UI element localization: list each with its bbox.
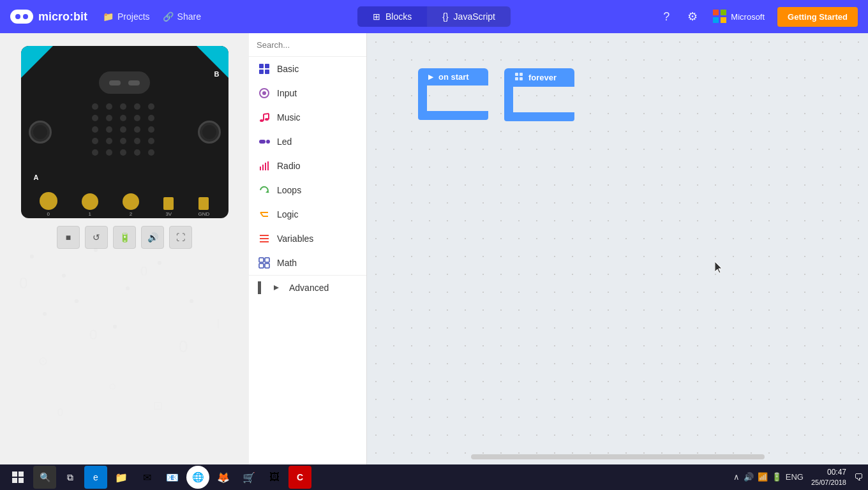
decorative-background: 0 0 0 ⊙ 0 ○ 0 ⊡ | bbox=[0, 237, 249, 464]
advanced-label: Advanced bbox=[289, 283, 329, 293]
svg-rect-42 bbox=[259, 258, 264, 262]
volume-icon[interactable]: 🔊 bbox=[744, 472, 754, 482]
taskbar-red-app[interactable]: C bbox=[288, 466, 311, 489]
forever-label: forever bbox=[528, 73, 557, 82]
svg-point-23 bbox=[262, 91, 266, 95]
taskbar-search[interactable]: 🔍 bbox=[33, 466, 56, 489]
network-icon[interactable]: 📶 bbox=[758, 472, 768, 482]
folder-icon: 📁 bbox=[103, 11, 114, 22]
button-b[interactable] bbox=[198, 121, 221, 144]
advanced-accent bbox=[258, 281, 261, 294]
svg-rect-21 bbox=[265, 70, 269, 74]
blocks-tab[interactable]: ⊞ Blocks bbox=[357, 6, 427, 27]
pin-2[interactable]: 2 bbox=[123, 193, 139, 217]
svg-point-7 bbox=[113, 325, 117, 329]
svg-point-0 bbox=[30, 255, 34, 258]
nav-share[interactable]: 🔗 Share bbox=[163, 11, 201, 22]
svg-marker-35 bbox=[266, 191, 269, 193]
workspace-scrollbar[interactable] bbox=[471, 454, 765, 459]
button-a[interactable] bbox=[29, 121, 52, 144]
sidebar-item-radio[interactable]: Radio bbox=[249, 154, 366, 178]
taskbar-outlook[interactable]: 📧 bbox=[161, 466, 184, 489]
js-icon: {} bbox=[442, 11, 448, 22]
svg-point-3 bbox=[126, 286, 130, 290]
svg-rect-54 bbox=[12, 478, 17, 483]
expand-tray-icon[interactable]: ∧ bbox=[733, 472, 740, 482]
forever-left-side bbox=[504, 87, 513, 112]
button-a-inner bbox=[33, 125, 47, 139]
music-label: Music bbox=[277, 112, 301, 122]
advanced-chevron-icon bbox=[270, 281, 283, 294]
firefox-icon: 🦊 bbox=[217, 471, 230, 484]
svg-rect-33 bbox=[265, 163, 266, 170]
on-start-inner bbox=[427, 85, 478, 111]
svg-point-1 bbox=[62, 274, 66, 278]
logic-label: Logic bbox=[277, 209, 298, 219]
svg-rect-49 bbox=[515, 77, 518, 80]
svg-point-5 bbox=[43, 312, 47, 316]
radio-label: Radio bbox=[277, 161, 301, 171]
svg-rect-32 bbox=[262, 165, 264, 170]
sidebar-item-basic[interactable]: Basic bbox=[249, 57, 366, 81]
blocks-workspace[interactable]: ▶ on start forever bbox=[367, 33, 868, 464]
svg-point-6 bbox=[75, 299, 79, 303]
svg-rect-29 bbox=[259, 140, 266, 144]
on-start-bottom bbox=[418, 111, 488, 120]
sidebar-item-math[interactable]: Math bbox=[249, 251, 366, 275]
taskbar-task-view[interactable]: ⧉ bbox=[59, 466, 82, 489]
svg-rect-43 bbox=[265, 258, 269, 262]
screen-eye-right bbox=[128, 80, 140, 85]
microbit-buttons bbox=[21, 121, 228, 144]
taskbar-clock[interactable]: 00:47 25/07/2018 bbox=[811, 468, 846, 487]
settings-button[interactable]: ⚙ bbox=[685, 7, 700, 26]
system-icons: ∧ 🔊 📶 🔋 ENG bbox=[733, 472, 804, 482]
microsoft-logo[interactable]: Microsoft bbox=[713, 10, 765, 24]
svg-rect-31 bbox=[260, 167, 261, 170]
svg-point-8 bbox=[190, 299, 193, 303]
taskbar-edge[interactable]: e bbox=[84, 466, 107, 489]
taskbar: 🔍 ⧉ e 📁 ✉ 📧 🌐 🦊 🛒 🖼 C ∧ 🔊 📶 🔋 ENG bbox=[0, 464, 868, 490]
taskbar-files[interactable]: 📁 bbox=[110, 466, 133, 489]
on-start-block[interactable]: ▶ on start bbox=[418, 68, 488, 120]
loops-label: Loops bbox=[277, 185, 301, 195]
button-a-label: A bbox=[34, 174, 39, 181]
language-label[interactable]: ENG bbox=[786, 472, 804, 482]
start-button[interactable] bbox=[5, 464, 31, 490]
taskbar-store[interactable]: 🛒 bbox=[237, 466, 260, 489]
sidebar-item-variables[interactable]: Variables bbox=[249, 226, 366, 251]
help-button[interactable]: ? bbox=[661, 8, 672, 26]
music-icon bbox=[258, 111, 271, 124]
svg-rect-53 bbox=[19, 471, 24, 477]
top-navigation: micro:bit 📁 Projects 🔗 Share ⊞ Blocks {}… bbox=[0, 0, 868, 33]
sidebar-item-loops[interactable]: Loops bbox=[249, 178, 366, 202]
nav-projects[interactable]: 📁 Projects bbox=[103, 11, 150, 22]
svg-text:|: | bbox=[217, 318, 220, 329]
battery-sys-icon[interactable]: 🔋 bbox=[772, 472, 782, 482]
sidebar-item-led[interactable]: Led bbox=[249, 130, 366, 154]
sidebar-item-advanced[interactable]: Advanced bbox=[249, 275, 366, 300]
sidebar-item-music[interactable]: Music bbox=[249, 105, 366, 130]
variables-label: Variables bbox=[277, 234, 313, 244]
sidebar-item-input[interactable]: Input bbox=[249, 81, 366, 105]
getting-started-button[interactable]: Getting Started bbox=[777, 7, 858, 27]
cursor bbox=[715, 262, 722, 273]
taskbar-app1[interactable]: 🦊 bbox=[212, 466, 235, 489]
taskbar-mail[interactable]: ✉ bbox=[135, 466, 158, 489]
sidebar-item-logic[interactable]: Logic bbox=[249, 202, 366, 226]
search-box: 🔍 bbox=[249, 33, 366, 57]
notifications-icon[interactable]: 🗨 bbox=[854, 472, 863, 482]
javascript-tab[interactable]: {} JavaScript bbox=[427, 6, 511, 27]
taskbar-date: 25/07/2018 bbox=[811, 478, 846, 487]
search-input[interactable] bbox=[257, 40, 364, 50]
forever-block[interactable]: forever bbox=[504, 68, 574, 121]
taskbar-chrome[interactable]: 🌐 bbox=[186, 466, 209, 489]
taskbar-photos[interactable]: 🖼 bbox=[263, 466, 286, 489]
pin-0[interactable]: 0 bbox=[40, 192, 57, 217]
led-0-3 bbox=[134, 103, 140, 110]
screen-eye-left bbox=[109, 80, 121, 85]
logo[interactable]: micro:bit bbox=[10, 10, 87, 24]
pin-1[interactable]: 1 bbox=[82, 193, 98, 217]
nav-left-items: 📁 Projects 🔗 Share bbox=[103, 11, 201, 22]
input-icon bbox=[258, 87, 271, 100]
svg-text:0: 0 bbox=[179, 337, 188, 356]
